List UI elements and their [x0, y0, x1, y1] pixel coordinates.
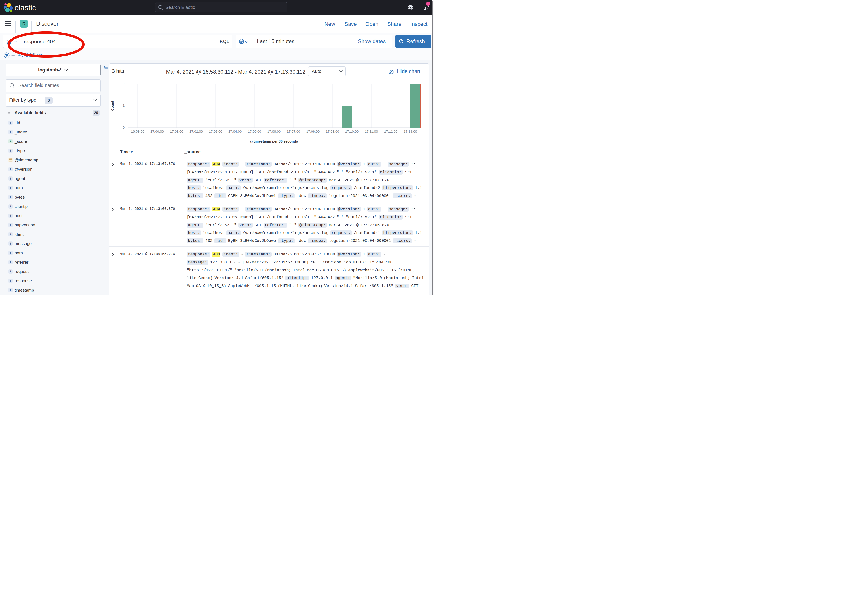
svg-text:17:00:00: 17:00:00 — [151, 130, 164, 133]
svg-text:17:07:00: 17:07:00 — [287, 130, 300, 133]
svg-text:17:10:00: 17:10:00 — [345, 130, 359, 133]
svg-text:17:13:00: 17:13:00 — [404, 130, 417, 133]
svg-text:2: 2 — [123, 82, 125, 86]
svg-text:1: 1 — [123, 103, 125, 107]
svg-text:17:05:00: 17:05:00 — [248, 130, 261, 133]
svg-text:Count: Count — [111, 101, 114, 111]
svg-text:17:04:00: 17:04:00 — [229, 130, 242, 133]
svg-text:17:09:00: 17:09:00 — [326, 130, 339, 133]
svg-text:17:06:00: 17:06:00 — [267, 130, 281, 133]
svg-text:@timestamp per 30 seconds: @timestamp per 30 seconds — [250, 139, 298, 143]
svg-text:17:11:00: 17:11:00 — [365, 130, 378, 133]
svg-text:17:01:00: 17:01:00 — [170, 130, 183, 133]
svg-text:0: 0 — [123, 126, 125, 129]
svg-text:17:03:00: 17:03:00 — [209, 130, 223, 133]
svg-text:17:08:00: 17:08:00 — [306, 130, 320, 133]
svg-text:17:12:00: 17:12:00 — [384, 130, 398, 133]
svg-text:17:02:00: 17:02:00 — [189, 130, 203, 133]
svg-text:16:59:00: 16:59:00 — [131, 130, 145, 133]
